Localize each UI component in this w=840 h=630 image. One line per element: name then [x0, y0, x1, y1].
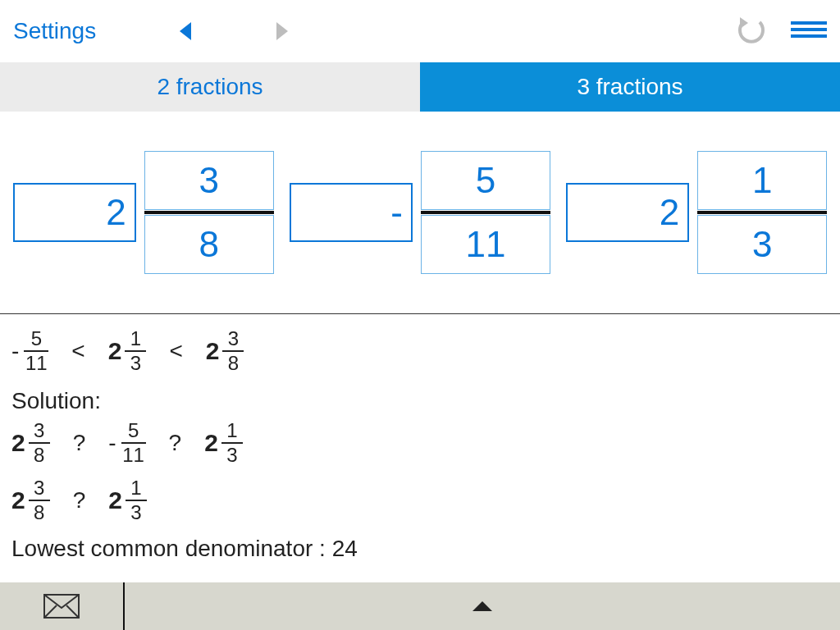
mixed-fraction: -511: [11, 329, 48, 373]
denominator-input-3[interactable]: 3: [697, 215, 827, 274]
less-than: <: [66, 338, 89, 364]
numerator: 1: [130, 478, 141, 498]
svg-rect-4: [791, 28, 827, 31]
fraction-input-3: 2 1 3: [566, 151, 827, 274]
fraction-stack: 38: [29, 478, 50, 523]
mixed-fraction: 238: [11, 421, 50, 465]
svg-marker-2: [740, 17, 748, 29]
solution-line-2: 238?213: [11, 478, 829, 523]
lcd-value: 24: [332, 536, 358, 561]
tab-2-fractions[interactable]: 2 fractions: [0, 62, 420, 112]
denominator: 3: [130, 503, 141, 523]
svg-marker-0: [180, 22, 191, 40]
triangle-up-icon: [471, 600, 494, 613]
fraction-stack: 511: [24, 329, 48, 373]
svg-line-7: [44, 605, 57, 618]
solution-label: Solution:: [11, 388, 829, 414]
fraction-stack: 511: [121, 421, 146, 465]
whole: 2: [11, 486, 25, 514]
fraction-input-2: - 5 11: [290, 151, 550, 274]
sign: -: [11, 338, 19, 364]
triangle-right-icon: [275, 21, 290, 42]
svg-line-8: [66, 605, 79, 618]
less-than: <: [164, 338, 187, 364]
fraction-stack-3: 1 3: [697, 151, 827, 274]
mixed-fraction: -511: [108, 421, 145, 465]
numerator-input-2[interactable]: 5: [421, 151, 550, 210]
fraction-stack: 38: [29, 421, 50, 465]
numerator: 5: [31, 329, 42, 349]
tab-3-fractions[interactable]: 3 fractions: [420, 62, 840, 112]
mixed-fraction: 213: [108, 478, 147, 523]
numerator-input-1[interactable]: 3: [144, 151, 274, 210]
whole: 2: [108, 337, 122, 365]
next-button[interactable]: [275, 21, 290, 42]
settings-button[interactable]: Settings: [13, 18, 96, 44]
denominator: 3: [226, 445, 237, 465]
nav-arrows: [178, 21, 290, 42]
denominator-input-2[interactable]: 11: [421, 215, 550, 274]
solution-line-1: 238?-511?213: [11, 421, 829, 465]
fraction-bar: [421, 211, 550, 214]
numerator: 1: [130, 329, 141, 349]
numerator: 3: [34, 421, 44, 441]
menu-icon: [791, 20, 827, 39]
bottom-bar: [0, 582, 840, 630]
denominator: 11: [25, 354, 48, 373]
undo-button[interactable]: [735, 16, 768, 47]
denominator: 8: [34, 503, 44, 523]
fraction-stack: 13: [126, 478, 147, 523]
whole-input-3[interactable]: 2: [566, 183, 689, 242]
denominator-input-1[interactable]: 8: [144, 215, 274, 274]
svg-marker-1: [276, 22, 288, 40]
numerator: 3: [228, 329, 239, 349]
result-area: -511<213<238 Solution: 238?-511?213 238?…: [0, 314, 840, 562]
fraction-stack-2: 5 11: [421, 151, 550, 274]
mixed-fraction: 238: [206, 329, 244, 373]
svg-rect-5: [791, 34, 827, 38]
mail-icon: [43, 594, 80, 619]
svg-rect-3: [791, 21, 827, 25]
fraction-stack: 13: [221, 421, 243, 465]
numerator: 3: [34, 478, 44, 498]
question-mark: ?: [68, 487, 91, 514]
expand-button[interactable]: [125, 582, 840, 630]
topbar: Settings: [0, 0, 840, 62]
numerator: 5: [128, 421, 139, 441]
whole-input-1[interactable]: 2: [13, 183, 136, 242]
lcd-text: Lowest common denominator : 24: [11, 536, 829, 562]
fraction-bar: [144, 211, 274, 214]
menu-button[interactable]: [791, 20, 827, 43]
whole: 2: [108, 486, 122, 514]
mixed-fraction: 213: [108, 329, 147, 373]
mixed-fraction: 238: [11, 478, 50, 523]
mail-button[interactable]: [0, 582, 123, 630]
whole-input-2[interactable]: -: [290, 183, 413, 242]
numerator: 1: [226, 421, 237, 441]
fraction-stack: 38: [222, 329, 244, 373]
whole: 2: [206, 337, 220, 365]
fraction-stack: 13: [125, 329, 146, 373]
whole: 2: [11, 429, 25, 457]
fraction-count-tabs: 2 fractions 3 fractions: [0, 62, 840, 112]
denominator: 8: [34, 445, 44, 465]
question-mark: ?: [68, 430, 91, 456]
mixed-fraction: 213: [204, 421, 243, 465]
ordered-result: -511<213<238: [11, 329, 829, 373]
question-mark: ?: [164, 430, 187, 456]
denominator: 3: [130, 354, 141, 373]
fraction-inputs: 2 3 8 - 5 11 2 1 3: [0, 112, 840, 313]
whole: 2: [204, 429, 218, 457]
fraction-input-1: 2 3 8: [13, 151, 274, 274]
fraction-stack-1: 3 8: [144, 151, 274, 274]
lcd-label: Lowest common denominator :: [11, 536, 332, 561]
numerator-input-3[interactable]: 1: [697, 151, 827, 210]
denominator: 11: [122, 445, 144, 465]
undo-icon: [735, 16, 768, 43]
triangle-left-icon: [178, 21, 193, 42]
denominator: 8: [228, 354, 239, 373]
sign: -: [108, 430, 116, 456]
fraction-bar: [697, 211, 827, 214]
prev-button[interactable]: [178, 21, 193, 42]
svg-marker-9: [472, 601, 492, 611]
